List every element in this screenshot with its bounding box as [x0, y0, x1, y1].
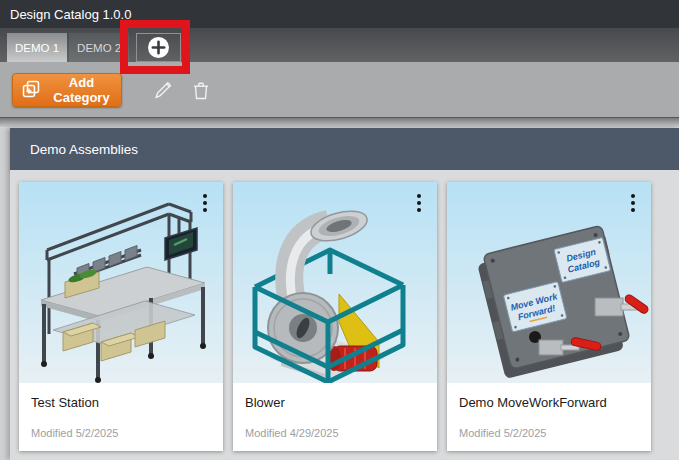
toolbar: Add Category — [0, 62, 679, 118]
kebab-menu-icon — [631, 194, 635, 198]
card-modified-date: Modified 5/2/2025 — [459, 427, 639, 439]
edit-button[interactable] — [148, 75, 178, 105]
moveworkforward-illustration: Move Work Forward! Design Catalog — [447, 182, 651, 383]
add-category-button[interactable]: Add Category — [12, 73, 122, 107]
card-modified-date: Modified 5/2/2025 — [31, 427, 211, 439]
card-menu-button[interactable] — [625, 190, 641, 216]
card-grid: Test Station Modified 5/2/2025 — [10, 170, 679, 460]
card-thumbnail — [19, 182, 223, 383]
category-header: Demo Assemblies — [10, 128, 679, 170]
tab-bar: DEMO 1 DEMO 2 — [0, 28, 679, 62]
assembly-card-demo-moveworkforward[interactable]: Move Work Forward! Design Catalog — [447, 182, 651, 451]
card-footer: Demo MoveWorkForward Modified 5/2/2025 — [447, 383, 651, 439]
card-footer: Test Station Modified 5/2/2025 — [19, 383, 223, 439]
tab-demo-2[interactable]: DEMO 2 — [69, 33, 129, 62]
card-title: Demo MoveWorkForward — [459, 395, 639, 410]
red-motor — [327, 346, 377, 371]
kebab-menu-icon — [417, 194, 421, 198]
assembly-card-test-station[interactable]: Test Station Modified 5/2/2025 — [19, 182, 223, 451]
tab-label: DEMO 1 — [15, 42, 59, 54]
card-menu-button[interactable] — [197, 190, 213, 216]
tab-demo-1[interactable]: DEMO 1 — [7, 33, 67, 62]
window-title: Design Catalog 1.0.0 — [10, 7, 131, 22]
kebab-menu-icon — [203, 194, 207, 198]
card-thumbnail — [233, 182, 437, 383]
category-header-label: Demo Assemblies — [30, 142, 138, 157]
add-tab-button[interactable] — [136, 33, 181, 62]
assembly-card-blower[interactable]: Blower Modified 4/29/2025 — [233, 182, 437, 451]
card-title: Test Station — [31, 395, 211, 410]
add-category-label: Add Category — [48, 75, 115, 105]
card-title: Blower — [245, 395, 425, 410]
title-bar: Design Catalog 1.0.0 — [0, 0, 679, 28]
card-menu-button[interactable] — [411, 190, 427, 216]
card-modified-date: Modified 4/29/2025 — [245, 427, 425, 439]
card-footer: Blower Modified 4/29/2025 — [233, 383, 437, 439]
add-box-icon — [22, 80, 41, 99]
category-panel: Demo Assemblies — [10, 128, 679, 460]
main-area: Demo Assemblies — [0, 128, 679, 460]
blower-illustration — [233, 182, 437, 383]
tab-label: DEMO 2 — [77, 42, 121, 54]
card-thumbnail: Move Work Forward! Design Catalog — [447, 182, 651, 383]
delete-button[interactable] — [186, 75, 216, 105]
test-station-illustration — [19, 182, 223, 383]
plus-in-circle-icon — [147, 36, 170, 59]
toolbar-shadow — [0, 118, 679, 127]
pencil-icon — [151, 78, 175, 102]
trash-icon — [189, 78, 213, 102]
